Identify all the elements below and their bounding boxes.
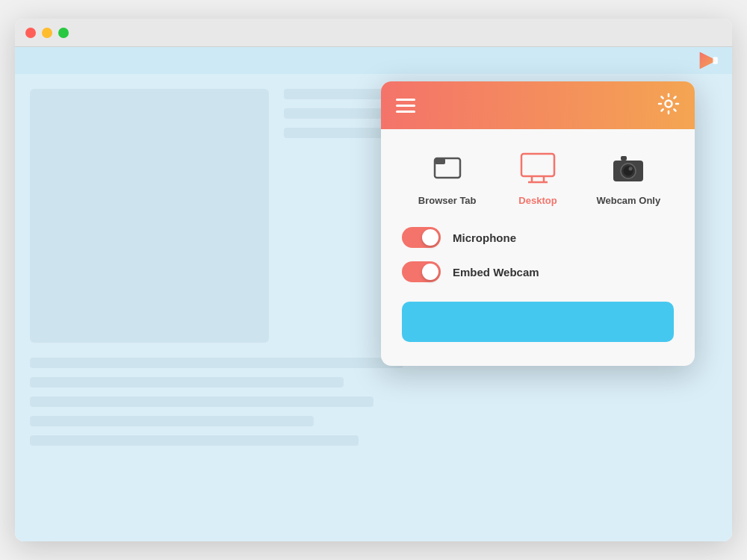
hamburger-menu-button[interactable] [396, 99, 415, 113]
mock-line-5 [30, 377, 344, 388]
embed-webcam-label: Embed Webcam [453, 266, 539, 279]
traffic-light-green[interactable] [58, 28, 69, 38]
source-selection-row: Browser Tab Desktop [402, 147, 674, 206]
source-webcam-only-label: Webcam Only [596, 195, 660, 206]
extension-icon[interactable] [695, 47, 722, 74]
title-bar [15, 19, 732, 47]
microphone-label: Microphone [453, 231, 516, 244]
traffic-light-yellow[interactable] [42, 28, 52, 38]
browser-toolbar [15, 47, 732, 74]
record-button[interactable] [402, 302, 674, 342]
svg-rect-5 [435, 158, 445, 164]
svg-point-3 [666, 101, 672, 108]
popup-body: Browser Tab Desktop [381, 129, 695, 366]
popup-panel: Browser Tab Desktop [381, 81, 695, 366]
desktop-icon [517, 147, 559, 189]
browser-window: Browser Tab Desktop [15, 19, 732, 541]
mock-line-4 [30, 358, 403, 368]
svg-rect-2 [713, 57, 717, 64]
mock-sidebar-block [30, 89, 269, 343]
traffic-light-red[interactable] [25, 28, 36, 38]
mock-line-8 [30, 435, 359, 446]
mock-line-6 [30, 396, 374, 407]
embed-webcam-toggle[interactable] [402, 261, 441, 282]
microphone-toggle[interactable] [402, 227, 441, 248]
source-desktop-label: Desktop [518, 195, 557, 206]
browser-tab-icon [427, 147, 468, 189]
svg-point-14 [629, 167, 633, 171]
svg-rect-6 [521, 154, 554, 176]
popup-header [381, 81, 695, 129]
source-browser-tab-label: Browser Tab [418, 195, 477, 206]
mock-line-7 [30, 416, 314, 426]
microphone-toggle-row: Microphone [402, 227, 674, 248]
source-browser-tab[interactable]: Browser Tab [414, 147, 481, 206]
source-webcam-only[interactable]: Webcam Only [595, 147, 662, 206]
svg-rect-13 [621, 156, 627, 161]
source-desktop[interactable]: Desktop [504, 147, 571, 206]
embed-webcam-toggle-row: Embed Webcam [402, 261, 674, 282]
page-content: Browser Tab Desktop [15, 74, 732, 541]
webcam-icon [607, 147, 649, 189]
settings-button[interactable] [657, 93, 680, 118]
